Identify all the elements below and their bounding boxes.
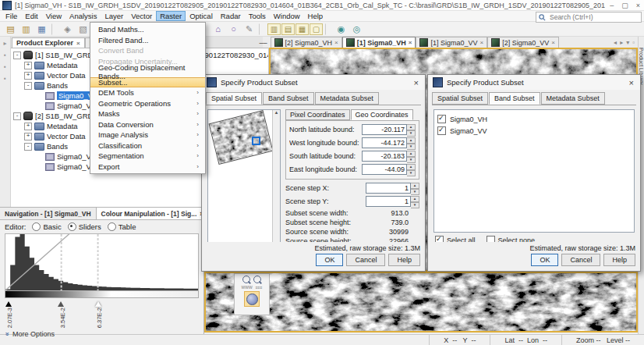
editor-mode-option[interactable]: Basic xyxy=(32,222,61,231)
spin-down-icon[interactable]: ▼ xyxy=(411,202,419,208)
toolbar-button[interactable]: ▤ xyxy=(3,23,18,36)
spinner-arrows[interactable]: ▲▼ xyxy=(407,137,416,148)
more-options-row[interactable]: « More Options xyxy=(0,327,203,341)
raster-menu-item[interactable]: Export › xyxy=(90,162,205,172)
toolbar-button[interactable] xyxy=(51,23,58,35)
zoom-all-icon[interactable] xyxy=(253,276,261,283)
zoom-in-icon[interactable] xyxy=(242,276,250,283)
www-layer-icon[interactable]: WWW xyxy=(242,285,253,290)
bound-field-input[interactable]: -20.117 xyxy=(362,124,407,135)
menu-item[interactable]: Edit xyxy=(21,11,41,21)
subset-dialog-tab[interactable]: Spatial Subset xyxy=(432,92,488,105)
tree-expander-icon[interactable]: + xyxy=(24,133,32,140)
spin-down-icon[interactable]: ▼ xyxy=(407,130,416,137)
coordinate-tab[interactable]: Pixel Coordinates xyxy=(285,109,350,120)
dialog-button[interactable]: Help xyxy=(388,254,420,266)
tab-strip-control-icon[interactable]: ▸ xyxy=(620,39,623,46)
toolbar-button[interactable]: ✎ xyxy=(242,23,257,36)
raster-menu-item[interactable]: Geometric Operations › xyxy=(90,98,205,109)
raster-menu-item[interactable]: Segmentation › xyxy=(90,151,205,162)
subset-dialog-tab[interactable]: Band Subset xyxy=(263,92,314,105)
tree-expander-icon[interactable]: - xyxy=(13,112,21,120)
toolbar-button[interactable]: ◉ xyxy=(334,23,349,36)
search-input[interactable] xyxy=(548,12,639,22)
menu-item[interactable]: Radar xyxy=(217,11,245,21)
spin-down-icon[interactable]: ▼ xyxy=(407,157,416,163)
toolbar-button[interactable]: ○ xyxy=(226,23,241,36)
subset-dialog-tab[interactable]: Metadata Subset xyxy=(541,92,605,105)
spinner-arrows[interactable]: ▲▼ xyxy=(411,196,419,207)
checkbox-icon[interactable] xyxy=(437,115,446,123)
menu-item[interactable]: Help xyxy=(304,11,327,21)
globe-button[interactable] xyxy=(244,291,260,307)
menu-item[interactable]: Window xyxy=(270,11,304,21)
tab-strip-control-icon[interactable]: ◂ xyxy=(614,39,617,46)
spinner-arrows[interactable]: ▲▼ xyxy=(407,124,416,135)
toolbar-button[interactable]: ▤ xyxy=(281,23,295,35)
toolbar-button[interactable]: ◎ xyxy=(349,23,364,36)
rail-icon[interactable]: ▪ xyxy=(4,63,6,70)
coordinate-tab[interactable]: Geo Coordinates xyxy=(351,109,413,120)
spin-down-icon[interactable]: ▼ xyxy=(407,170,416,176)
close-dialog-icon[interactable]: × xyxy=(628,78,635,87)
spin-up-icon[interactable]: ▲ xyxy=(411,196,419,202)
spin-up-icon[interactable]: ▲ xyxy=(407,124,416,130)
close-tab-icon[interactable]: × xyxy=(76,40,80,47)
search-box[interactable] xyxy=(536,12,642,23)
toolbar-button[interactable]: ▦ xyxy=(34,23,49,36)
tree-expander-icon[interactable]: - xyxy=(24,82,32,90)
close-view-icon[interactable]: × xyxy=(480,39,484,46)
tree-expander-icon[interactable]: - xyxy=(24,143,32,151)
toolbar-button[interactable]: ⌂ xyxy=(211,23,225,36)
close-view-icon[interactable]: × xyxy=(334,39,338,46)
dialog-button[interactable]: Cancel xyxy=(346,254,385,266)
raster-menu-item[interactable]: Data Conversion › xyxy=(90,119,205,130)
menu-item[interactable]: File xyxy=(2,11,21,21)
dialog-button[interactable]: Cancel xyxy=(561,254,600,266)
maximize-window-icon[interactable]: ▢ xyxy=(621,2,628,9)
subset-dialog-tab[interactable]: Band Subset xyxy=(489,92,540,105)
subset-dialog-tab[interactable]: Spatial Subset xyxy=(206,92,262,105)
scene-step-input[interactable]: 1 xyxy=(366,196,411,207)
explorer-tab[interactable]: Product Explorer × xyxy=(12,37,85,48)
close-view-icon[interactable]: × xyxy=(409,39,412,46)
spinner-arrows[interactable]: ▲▼ xyxy=(407,164,416,175)
raster-menu-item[interactable]: Convert Band xyxy=(90,45,205,56)
minimize-views-icon[interactable]: – xyxy=(263,38,267,47)
close-view-icon[interactable]: × xyxy=(551,39,555,46)
image-view-tab[interactable]: [1] Sigma0_VV × xyxy=(416,37,487,48)
dialog-button[interactable]: OK xyxy=(531,254,558,266)
spin-up-icon[interactable]: ▲ xyxy=(407,137,416,144)
close-dialog-icon[interactable]: × xyxy=(412,78,420,87)
raster-menu-item[interactable]: Image Analysis › xyxy=(90,130,205,140)
bound-field-input[interactable]: -44.09 xyxy=(362,164,407,175)
band-checkbox-row[interactable]: Sigma0_VV xyxy=(437,125,631,137)
spin-up-icon[interactable]: ▲ xyxy=(407,151,416,157)
raster-menu-item[interactable]: Masks › xyxy=(90,108,205,119)
raster-menu-item[interactable]: Classification › xyxy=(90,140,205,151)
tree-expander-icon[interactable]: - xyxy=(13,52,21,59)
band-checkbox-row[interactable]: Sigma0_VH xyxy=(437,113,631,125)
tab-strip-control-icon[interactable]: ▾ xyxy=(626,39,629,46)
scene-step-input[interactable]: 1 xyxy=(366,183,411,194)
toolbar-button[interactable]: ▦ xyxy=(295,23,309,35)
dialog-button[interactable]: OK xyxy=(316,254,343,266)
checkbox-icon[interactable] xyxy=(487,236,495,242)
bottom-panel-tab[interactable]: Navigation - [1] Sigma0_VH xyxy=(0,208,97,219)
raster-menu-item[interactable]: Band Maths... xyxy=(90,24,205,35)
editor-mode-option[interactable]: Sliders xyxy=(68,222,101,231)
dialog-title-bar[interactable]: Specify Product Subset × xyxy=(428,75,640,90)
scroll-up-icon[interactable]: ▲ xyxy=(274,110,279,115)
layer-list-icon[interactable]: ≡≡≡ xyxy=(256,285,263,290)
toolbar-button[interactable]: ▢ xyxy=(310,23,323,35)
checkbox-icon[interactable] xyxy=(437,126,446,135)
select-all-row[interactable]: Select all xyxy=(435,236,476,242)
tree-expander-icon[interactable]: + xyxy=(24,72,32,80)
menu-item[interactable]: Analysis xyxy=(65,11,101,21)
toolbar-button[interactable]: ◈ xyxy=(60,23,75,36)
raster-menu-item[interactable]: DEM Tools › xyxy=(90,87,205,98)
spinner-arrows[interactable]: ▲▼ xyxy=(411,183,419,194)
menu-item[interactable]: Layer xyxy=(101,11,127,21)
spin-down-icon[interactable]: ▼ xyxy=(411,189,419,195)
minimize-window-icon[interactable]: – xyxy=(610,2,614,9)
